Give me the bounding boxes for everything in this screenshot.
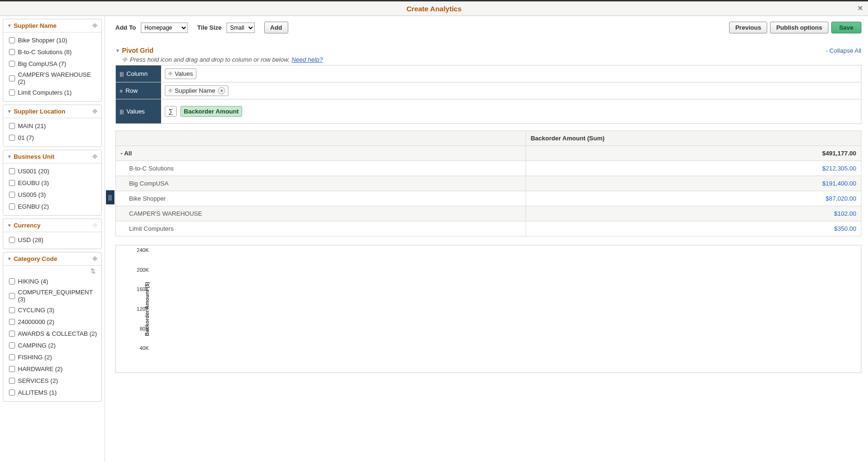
move-icon[interactable]: ✥: [168, 88, 172, 94]
filter-checkbox[interactable]: [9, 168, 15, 174]
filter-item[interactable]: HIKING (4): [7, 276, 97, 287]
filter-item[interactable]: MAIN (21): [7, 120, 97, 132]
filter-checkbox[interactable]: [9, 389, 15, 396]
filter-item[interactable]: ALLITEMS (1): [7, 387, 97, 398]
move-icon[interactable]: ✥: [168, 71, 172, 77]
drag-icon[interactable]: ✥: [92, 255, 97, 262]
filter-checkbox[interactable]: [9, 135, 15, 141]
filter-item[interactable]: FISHING (2): [7, 351, 97, 363]
filter-checkbox[interactable]: [9, 378, 15, 384]
sort-icon[interactable]: ⇅: [90, 267, 97, 276]
table-row[interactable]: Big CompUSA$191,400.00: [116, 176, 861, 191]
table-row[interactable]: B-to-C Solutions$212,305.00: [116, 161, 861, 176]
previous-button[interactable]: Previous: [729, 22, 767, 33]
filter-checkbox[interactable]: [9, 75, 15, 81]
filter-header[interactable]: ▼Supplier Name✥: [3, 19, 101, 32]
collapse-all-link[interactable]: - Collapse All: [826, 47, 861, 54]
filter-item[interactable]: 24000000 (2): [7, 316, 97, 328]
filter-checkbox[interactable]: [9, 354, 15, 360]
filter-item[interactable]: Bike Shopper (10): [7, 34, 97, 46]
table-row[interactable]: CAMPER'S WAREHOUSE$102.00: [116, 206, 861, 221]
need-help-link[interactable]: Need help?: [292, 56, 323, 63]
filter-checkbox[interactable]: [9, 49, 15, 55]
filter-checkbox[interactable]: [9, 307, 15, 313]
drag-icon[interactable]: ✥: [92, 22, 97, 29]
filter-item[interactable]: Limit Computers (1): [7, 87, 97, 98]
drag-icon[interactable]: ✥: [92, 153, 97, 160]
filter-body: USD (28): [3, 232, 101, 249]
save-button[interactable]: Save: [831, 22, 861, 33]
filter-header[interactable]: ▼Business Unit✥: [3, 150, 101, 163]
close-icon[interactable]: ✕: [857, 4, 863, 13]
pivot-values-dropzone[interactable]: ∑ Backorder Amount: [161, 99, 861, 123]
filter-checkbox[interactable]: [9, 192, 15, 198]
filter-checkbox[interactable]: [9, 180, 15, 186]
row-value[interactable]: $350.00: [526, 221, 861, 236]
row-value[interactable]: $491,177.00: [526, 146, 861, 161]
filter-header[interactable]: ▼Currency✥: [3, 219, 101, 232]
row-value[interactable]: $212,305.00: [526, 161, 861, 176]
filter-group: ▼Business Unit✥US001 (20)EGUBU (3)US005 …: [3, 150, 102, 216]
filter-item[interactable]: B-to-C Solutions (8): [7, 46, 97, 58]
table-row-all[interactable]: - All$491,177.00: [116, 146, 861, 161]
chip-backorder-amount[interactable]: Backorder Amount: [180, 106, 242, 117]
sidebar-collapse-handle[interactable]: ||: [106, 190, 114, 204]
tile-size-select[interactable]: Small: [227, 23, 255, 33]
table-row[interactable]: Limit Computers$350.00: [116, 221, 861, 236]
remove-chip-icon[interactable]: ✕: [218, 87, 225, 94]
chip-supplier-name[interactable]: ✥ Supplier Name ✕: [165, 85, 228, 96]
chart-ytick: 120K: [135, 306, 149, 312]
filter-item[interactable]: USD (28): [7, 234, 97, 246]
filter-checkbox[interactable]: [9, 89, 15, 96]
filter-item[interactable]: 01 (7): [7, 132, 97, 144]
filter-checkbox[interactable]: [9, 123, 15, 129]
filter-checkbox[interactable]: [9, 37, 15, 43]
filter-item[interactable]: Big CompUSA (7): [7, 58, 97, 70]
table-header-value[interactable]: Backorder Amount (Sum): [526, 131, 861, 146]
filter-item[interactable]: EGNBU (2): [7, 201, 97, 212]
filter-item-label: USD (28): [18, 236, 43, 243]
filter-item[interactable]: CAMPING (2): [7, 340, 97, 351]
filter-item-label: US001 (20): [18, 168, 49, 175]
filter-item-label: FISHING (2): [18, 354, 52, 361]
caret-down-icon[interactable]: ▼: [115, 48, 120, 53]
chip-values[interactable]: ✥ Values: [165, 68, 196, 79]
filter-item[interactable]: COMPUTER_EQUIPMENT (3): [7, 287, 97, 304]
filter-item[interactable]: SERVICES (2): [7, 375, 97, 387]
caret-down-icon: ▼: [7, 109, 12, 114]
filter-header[interactable]: ▼Category Code✥: [3, 252, 101, 266]
filter-sidebar[interactable]: ▼Supplier Name✥Bike Shopper (10)B-to-C S…: [0, 16, 105, 462]
publish-options-button[interactable]: Publish options: [770, 22, 828, 33]
filter-item[interactable]: CYCLING (3): [7, 304, 97, 316]
filter-group: ▼Category Code✥⇅HIKING (4)COMPUTER_EQUIP…: [3, 252, 102, 402]
sigma-icon[interactable]: ∑: [165, 106, 177, 117]
row-value[interactable]: $102.00: [526, 206, 861, 221]
filter-checkbox[interactable]: [9, 203, 15, 210]
filter-checkbox[interactable]: [9, 319, 15, 325]
pivot-column-dropzone[interactable]: ✥ Values: [161, 65, 861, 82]
filter-checkbox[interactable]: [9, 278, 15, 284]
filter-checkbox[interactable]: [9, 61, 15, 67]
row-value[interactable]: $191,400.00: [526, 176, 861, 191]
table-row[interactable]: Bike Shopper$87,020.00: [116, 191, 861, 206]
filter-checkbox[interactable]: [9, 342, 15, 349]
add-to-select[interactable]: Homepage: [141, 23, 188, 33]
row-value[interactable]: $87,020.00: [526, 191, 861, 206]
add-button[interactable]: Add: [264, 22, 288, 33]
filter-item-label: COMPUTER_EQUIPMENT (3): [18, 289, 97, 303]
title-bar: Create Analytics ✕: [0, 1, 868, 16]
filter-item[interactable]: EGUBU (3): [7, 177, 97, 189]
filter-checkbox[interactable]: [9, 366, 15, 372]
filter-checkbox[interactable]: [9, 331, 15, 337]
filter-item[interactable]: US005 (3): [7, 189, 97, 201]
filter-checkbox[interactable]: [9, 293, 15, 299]
filter-item[interactable]: AWARDS & COLLECTAB (2): [7, 328, 97, 340]
drag-icon[interactable]: ✥: [92, 108, 97, 115]
filter-item[interactable]: US001 (20): [7, 165, 97, 177]
filter-item[interactable]: CAMPER'S WAREHOUSE (2): [7, 70, 97, 87]
filter-item[interactable]: HARDWARE (2): [7, 363, 97, 375]
pivot-data-table: Backorder Amount (Sum) - All$491,177.00B…: [115, 130, 861, 236]
pivot-row-dropzone[interactable]: ✥ Supplier Name ✕: [161, 82, 861, 99]
filter-header[interactable]: ▼Supplier Location✥: [3, 105, 101, 118]
filter-checkbox[interactable]: [9, 237, 15, 243]
